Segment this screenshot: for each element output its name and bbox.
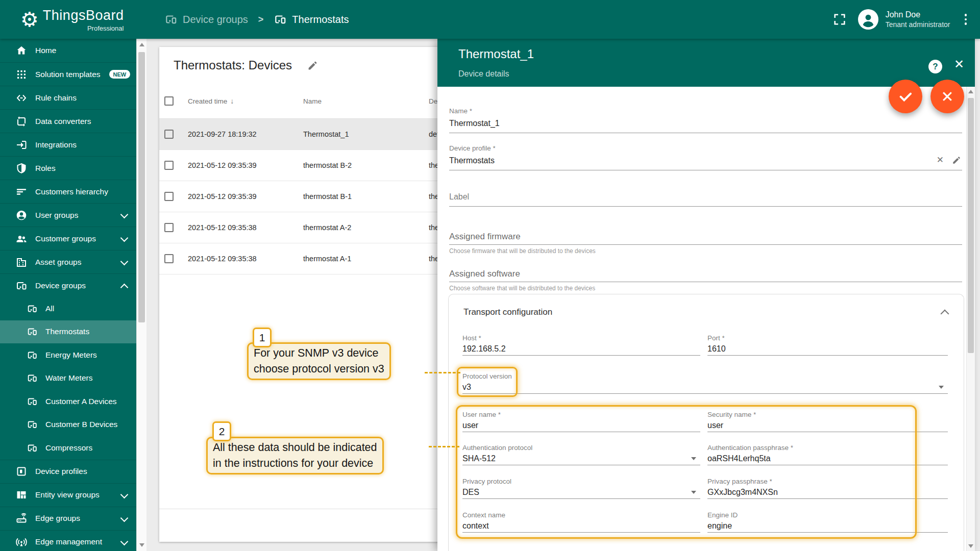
close-icon[interactable]: ✕: [954, 58, 964, 70]
kebab-menu-icon[interactable]: [962, 11, 970, 28]
name-field[interactable]: Name * Thermostat_1: [449, 107, 962, 133]
host-input[interactable]: 192.168.5.2: [462, 344, 700, 356]
scroll-down-arrow-icon[interactable]: [139, 543, 144, 547]
help-icon[interactable]: ?: [928, 60, 942, 73]
breadcrumb: Device groups > Thermostats: [164, 0, 349, 39]
breadcrumb-thermostats[interactable]: Thermostats: [274, 13, 349, 26]
host-field[interactable]: Host * 192.168.5.2: [462, 334, 700, 356]
row-checkbox[interactable]: [164, 192, 174, 201]
scroll-up-arrow-icon[interactable]: [139, 43, 144, 46]
protocol-version-select[interactable]: v3: [462, 382, 948, 394]
brand-logo[interactable]: ⚙ ThingsBoard Professional: [20, 7, 124, 32]
device-profile-field[interactable]: Device profile * Thermostats ✕: [449, 144, 962, 170]
row-checkbox[interactable]: [164, 223, 174, 232]
sidebar-scrollbar[interactable]: [136, 39, 146, 551]
callout-2-line1: All these data should be indicated: [213, 440, 377, 456]
scrollbar-thumb[interactable]: [138, 52, 145, 322]
sidebar-item-entity-view-groups[interactable]: Entity view groups: [0, 483, 136, 507]
column-header-name[interactable]: Name: [303, 97, 429, 105]
authentication-protocol-select[interactable]: SHA-512: [462, 454, 700, 465]
sidebar-subitem-energy-meters[interactable]: Energy Meters: [0, 343, 136, 367]
privacy-passphrase-input[interactable]: GXxJbcg3m4NXSn: [707, 487, 948, 499]
field-label: User name *: [462, 411, 700, 418]
sidebar-item-device-groups[interactable]: Device groups: [0, 273, 136, 297]
collapse-chevron-up-icon[interactable]: [941, 310, 949, 318]
port-field[interactable]: Port * 1610: [707, 334, 948, 356]
edit-pencil-icon[interactable]: [952, 156, 961, 165]
row-checkbox[interactable]: [164, 254, 174, 263]
sidebar-nav: Home Solution templates NEW Rule chains …: [0, 39, 136, 551]
label-field[interactable]: Label: [449, 192, 962, 207]
scroll-down-arrow-icon[interactable]: [968, 544, 973, 548]
clear-icon[interactable]: ✕: [937, 156, 944, 165]
close-icon: ✕: [941, 88, 953, 106]
port-input[interactable]: 1610: [707, 344, 948, 356]
privacy-protocol-field[interactable]: Privacy protocol DES: [462, 478, 700, 499]
sidebar-item-roles[interactable]: Roles: [0, 156, 136, 180]
field-label[interactable]: Assigned software: [449, 269, 962, 282]
assigned-software-field[interactable]: Assigned software Choose software that w…: [449, 269, 962, 292]
row-checkbox[interactable]: [164, 161, 174, 170]
sidebar-item-customer-groups[interactable]: Customer groups: [0, 227, 136, 250]
scroll-up-arrow-icon[interactable]: [968, 90, 973, 93]
transport-configuration-title: Transport configuration: [463, 307, 552, 317]
sidebar-subitem-customer-b-devices[interactable]: Customer B Devices: [0, 413, 136, 437]
cell-name: thermostat B-2: [303, 161, 429, 169]
apps-grid-icon: [15, 68, 28, 81]
assigned-firmware-field[interactable]: Assigned firmware Choose firmware that w…: [449, 232, 962, 255]
sidebar-item-data-converters[interactable]: Data converters: [0, 109, 136, 133]
avatar[interactable]: [858, 9, 878, 30]
discard-changes-button[interactable]: ✕: [930, 80, 964, 113]
sidebar-item-user-groups[interactable]: User groups: [0, 203, 136, 227]
privacy-passphrase-field[interactable]: Privacy passphrase * GXxJbcg3m4NXSn: [707, 478, 948, 499]
field-label[interactable]: Assigned firmware: [449, 232, 962, 245]
sidebar-item-device-profiles[interactable]: Device profiles: [0, 460, 136, 483]
authentication-protocol-field[interactable]: Authentication protocol SHA-512: [462, 444, 700, 465]
panel-scrollbar[interactable]: [966, 87, 975, 551]
sidebar-item-solution-templates[interactable]: Solution templates NEW: [0, 62, 136, 86]
cell-created-time: 2021-05-12 09:35:39: [188, 192, 303, 201]
sidebar-item-rule-chains[interactable]: Rule chains: [0, 86, 136, 109]
context-name-field[interactable]: Context name context: [462, 511, 700, 533]
security-name-input[interactable]: user: [707, 420, 948, 432]
select-all-checkbox[interactable]: [164, 96, 174, 106]
privacy-protocol-select[interactable]: DES: [462, 487, 700, 499]
devices-icon: [27, 419, 38, 430]
security-name-field[interactable]: Security name * user: [707, 411, 948, 432]
context-name-input[interactable]: context: [462, 521, 700, 533]
engine-id-field[interactable]: Engine ID engine: [707, 511, 948, 533]
edit-title-pencil-icon[interactable]: [307, 60, 318, 71]
fullscreen-icon[interactable]: [832, 12, 847, 27]
sidebar-subitem-water-meters[interactable]: Water Meters: [0, 367, 136, 390]
device-profile-input[interactable]: Thermostats ✕: [449, 156, 962, 170]
sidebar-item-edge-groups[interactable]: Edge groups: [0, 507, 136, 530]
sidebar-subitem-compressors[interactable]: Compressors: [0, 436, 136, 460]
brand-edition: Professional: [87, 24, 124, 32]
sidebar-subitem-customer-a-devices[interactable]: Customer A Devices: [0, 390, 136, 413]
sort-desc-arrow-icon[interactable]: ↓: [230, 97, 234, 105]
name-input[interactable]: Thermostat_1: [449, 118, 962, 133]
sidebar-item-asset-groups[interactable]: Asset groups: [0, 250, 136, 273]
person-icon: [860, 11, 877, 28]
authentication-passphrase-input[interactable]: oaRSH4Lerhq5ta: [707, 454, 948, 465]
breadcrumb-device-groups[interactable]: Device groups: [164, 13, 248, 26]
apply-changes-button[interactable]: [889, 80, 922, 113]
row-checkbox[interactable]: [164, 130, 174, 139]
engine-id-input[interactable]: engine: [707, 521, 948, 533]
sidebar-subitem-all[interactable]: All: [0, 297, 136, 320]
authentication-passphrase-field[interactable]: Authentication passphrase * oaRSH4Lerhq5…: [707, 444, 948, 465]
sidebar-item-edge-management[interactable]: Edge management: [0, 530, 136, 551]
person-circle-icon: [15, 209, 28, 221]
sidebar-item-label: Customers hierarchy: [35, 187, 108, 196]
sidebar-item-customers-hierarchy[interactable]: Customers hierarchy: [0, 180, 136, 203]
check-icon: [897, 88, 914, 105]
column-header-created-time[interactable]: Created time: [188, 97, 227, 105]
protocol-version-field[interactable]: Protocol version v3: [462, 372, 948, 394]
user-name-field[interactable]: User name * user: [462, 411, 700, 432]
sidebar-item-home[interactable]: Home: [0, 39, 136, 62]
sidebar-item-integrations[interactable]: Integrations: [0, 133, 136, 156]
scrollbar-thumb[interactable]: [968, 98, 974, 353]
user-name-input[interactable]: user: [462, 420, 700, 432]
transport-configuration-card: Transport configuration Host * 192.168.5…: [448, 294, 964, 551]
sidebar-subitem-thermostats[interactable]: Thermostats: [0, 320, 136, 344]
